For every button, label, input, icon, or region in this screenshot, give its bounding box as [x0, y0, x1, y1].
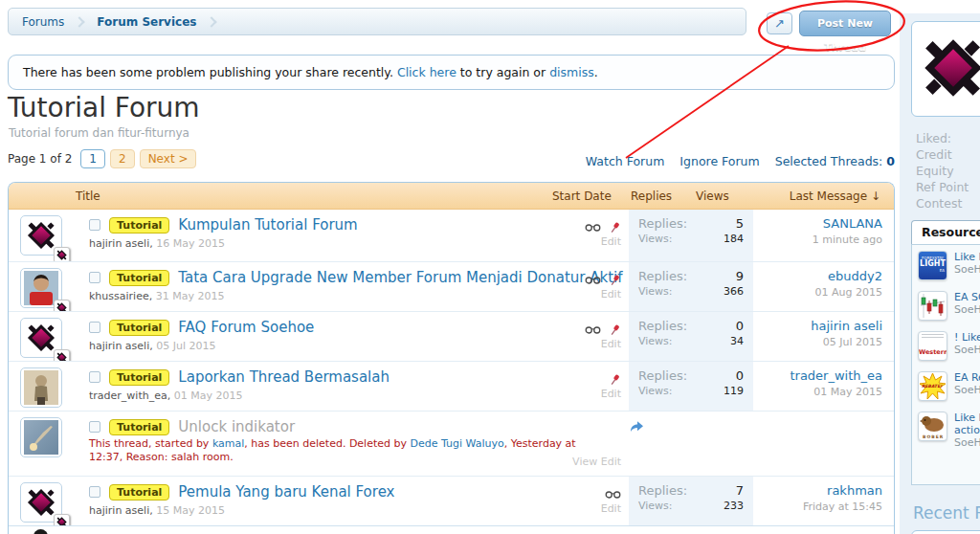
resource-title-link[interactable]: Like F — [954, 251, 980, 263]
tutorial-tag[interactable]: Tutorial — [109, 270, 169, 286]
avatar[interactable] — [33, 529, 48, 534]
thread-checkbox[interactable] — [89, 486, 100, 498]
thread-checkbox[interactable] — [89, 219, 100, 231]
last-message-user[interactable]: trader_with_ea — [790, 368, 882, 383]
resource-title-link[interactable]: ! Like — [954, 331, 980, 344]
stat-credit[interactable]: Credit — [916, 146, 969, 163]
resource-item: REBATE! EA Reb SoeHo — [918, 371, 980, 401]
resource-title-link[interactable]: Like E — [954, 412, 980, 424]
watch-forum-link[interactable]: Watch Forum — [586, 154, 665, 168]
last-message-user[interactable]: hajirin aseli — [811, 319, 882, 333]
sketch-portrait-avatar — [24, 370, 58, 405]
next-page-button[interactable]: Next > — [140, 149, 197, 168]
thread-title-link[interactable]: FAQ Forum Soehoe — [178, 319, 314, 336]
tutorial-tag[interactable]: Tutorial — [109, 369, 169, 386]
resources-tab[interactable]: Resources — [911, 220, 980, 244]
tutorial-tag[interactable]: Tutorial — [109, 484, 169, 501]
thread-row: Tutorial FAQ Forum Soehoe hajirin aseli,… — [9, 311, 894, 361]
thread-title-link[interactable]: Kumpulan Tutorial Forum — [178, 216, 357, 234]
header-start-date[interactable]: Start Date — [552, 183, 612, 210]
share-problem-notice: There has been some problem publishing y… — [8, 55, 895, 90]
click-here-link[interactable]: Click here — [397, 65, 457, 79]
moderator-link[interactable]: Dede Tugi Waluyo — [411, 437, 504, 450]
tutorial-tag[interactable]: Tutorial — [109, 320, 169, 336]
avatar[interactable] — [20, 417, 62, 457]
thread-checkbox[interactable] — [89, 322, 100, 333]
page-count-label: Page 1 of 2 — [8, 152, 72, 166]
deleted-by-user-link[interactable]: kamal — [212, 437, 244, 450]
avatar[interactable] — [20, 367, 62, 408]
resource-author: SoeHo — [954, 344, 980, 356]
resource-title-link[interactable]: action — [954, 424, 980, 436]
thread-author[interactable]: trader_with_ea, — [89, 389, 170, 402]
quick-navigation-button[interactable]: ↗ — [767, 12, 792, 34]
last-message-time[interactable]: 05 Jul 2015 — [811, 336, 882, 348]
resource-title-link[interactable]: EA Reb — [954, 371, 980, 384]
thread-date: 16 May 2015 — [156, 237, 225, 250]
breadcrumb-forum-services[interactable]: Forum Services — [83, 15, 210, 29]
thread-title-link[interactable]: Laporkan Thread Bermasalah — [178, 368, 390, 386]
stat-liked[interactable]: Liked: — [916, 130, 969, 146]
last-message-user[interactable]: ebuddy2 — [815, 269, 882, 283]
thread-status-icons — [571, 320, 621, 338]
avatar[interactable] — [20, 482, 62, 523]
stat-ref-point[interactable]: Ref Point — [916, 179, 969, 195]
comet-avatar — [24, 420, 58, 455]
header-title[interactable]: Title — [76, 183, 100, 210]
edit-link[interactable]: Edit — [571, 288, 621, 300]
stat-contest[interactable]: Contest — [916, 195, 969, 211]
breadcrumb-forums[interactable]: Forums — [9, 15, 78, 29]
resource-item: EA SCA SoeHo — [918, 291, 980, 321]
last-message-time[interactable]: Friday at 15:45 — [803, 501, 882, 513]
header-views[interactable]: Views — [696, 183, 729, 210]
last-message-user[interactable]: rakhman — [803, 483, 882, 498]
thread-author[interactable]: hajirin aseli, — [89, 340, 153, 352]
ignore-forum-link[interactable]: Ignore Forum — [679, 154, 759, 168]
last-message-time[interactable]: 01 May 2015 — [790, 386, 882, 398]
tutorial-tag[interactable]: Tutorial — [109, 419, 169, 435]
edit-link[interactable]: Edit — [571, 502, 621, 515]
notice-text: There has been some problem publishing y… — [23, 65, 397, 79]
page-1-button[interactable]: 1 — [80, 149, 105, 168]
thread-author[interactable]: hajirin aseli, — [89, 504, 153, 517]
last-message-user[interactable]: SANLANA — [813, 216, 882, 231]
rebate-starburst-icon[interactable]: REBATE! — [918, 371, 947, 401]
page-2-button[interactable]: 2 — [110, 149, 135, 168]
header-last-message[interactable]: Last Message ↓ — [790, 183, 880, 210]
sticky-pin-icon — [609, 221, 621, 234]
thread-byline: hajirin aseli, 16 May 2015 — [89, 237, 225, 250]
resource-title-link[interactable]: EA SCA — [954, 291, 980, 303]
forexstay-light-icon[interactable]: FOREXSTAY LIGHT EA — [918, 251, 947, 280]
view-edit-link[interactable]: View Edit — [533, 456, 621, 468]
thread-checkbox[interactable] — [89, 272, 100, 283]
selected-threads[interactable]: Selected Threads:0 — [775, 154, 895, 168]
post-new-thread-button[interactable]: Post New Thread — [799, 11, 891, 36]
thread-checkbox[interactable] — [89, 371, 100, 383]
dismiss-link[interactable]: dismiss — [549, 65, 594, 79]
replies-count: 5 — [736, 216, 744, 231]
replies-count: 0 — [736, 368, 744, 383]
page-title: Tutorial Forum — [8, 92, 200, 123]
thread-checkbox[interactable] — [89, 421, 100, 433]
avatar[interactable] — [20, 215, 62, 256]
thread-author[interactable]: khussairiee, — [89, 290, 152, 302]
breadcrumb: Forums Forum Services — [8, 8, 746, 35]
thread-title-link[interactable]: Tata Cara Upgrade New Member Forum Menja… — [178, 269, 622, 286]
stat-equity[interactable]: Equity — [916, 163, 969, 179]
last-message-time[interactable]: 1 minute ago — [813, 234, 882, 246]
western-icon[interactable]: Western — [918, 331, 947, 361]
avatar[interactable] — [20, 268, 62, 308]
candlestick-chart-icon[interactable] — [918, 291, 947, 321]
thread-title-link[interactable]: Pemula Yang baru Kenal Forex — [178, 483, 394, 501]
avatar[interactable] — [20, 318, 62, 358]
deleted-thread-title[interactable]: Unlock indikator — [178, 418, 295, 435]
thread-author[interactable]: hajirin aseli, — [89, 237, 153, 250]
bober-beaver-icon[interactable]: BOBER — [918, 412, 947, 441]
edit-link[interactable]: Edit — [571, 235, 621, 248]
tutorial-tag[interactable]: Tutorial — [109, 217, 169, 234]
header-replies[interactable]: Replies — [631, 183, 672, 210]
profile-logo-card[interactable] — [911, 21, 980, 117]
last-message-time[interactable]: 01 Aug 2015 — [815, 286, 882, 299]
edit-link[interactable]: Edit — [571, 338, 621, 350]
edit-link[interactable]: Edit — [571, 388, 621, 400]
